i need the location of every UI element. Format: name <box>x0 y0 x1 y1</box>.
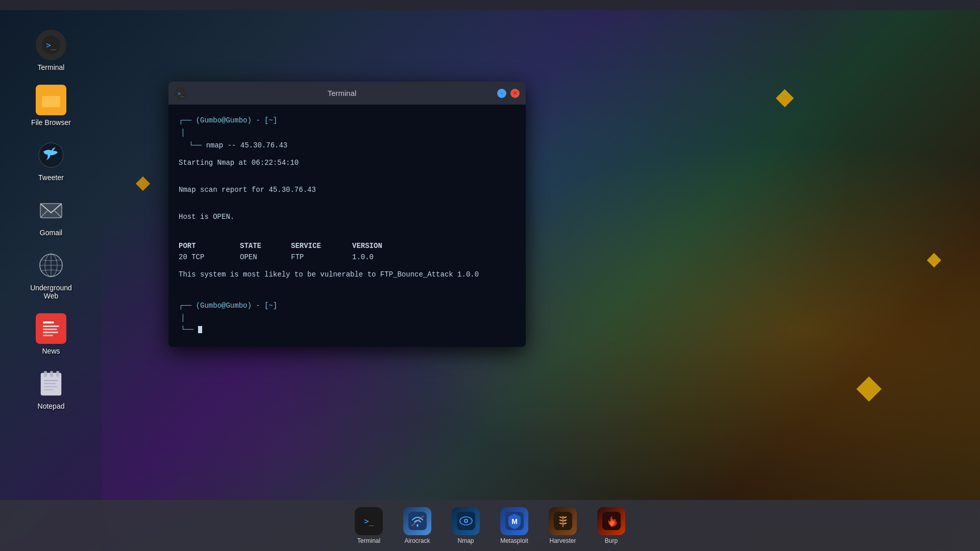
close-button[interactable]: ✕ <box>510 89 520 98</box>
desktop-icon-terminal[interactable]: >_ Terminal <box>18 26 84 76</box>
taskbar-top <box>0 0 980 10</box>
terminal-body[interactable]: ┌── (Gumbo@Gumbo) - [~] │ └── nmap -- 45… <box>168 105 526 347</box>
bottom-dock: >_ Terminal Airocrack <box>0 500 980 551</box>
dock-terminal-icon: >_ <box>355 507 383 535</box>
dock-burp[interactable]: Burp <box>587 503 635 548</box>
prompt-tree-symbol: ┌── <box>179 116 191 124</box>
notepad-icon <box>36 368 66 399</box>
prompt2-end: └── <box>179 324 516 335</box>
col-version: VERSION <box>352 240 413 252</box>
svg-rect-4 <box>42 96 60 107</box>
prompt2-tree-symbol: ┌── <box>179 302 191 310</box>
dock-nmap[interactable]: Nmap <box>442 503 490 548</box>
desktop-icon-notepad[interactable]: Notepad <box>18 364 84 414</box>
desktop-icon-underground-web[interactable]: Underground Web <box>18 246 84 304</box>
val-state: OPEN <box>240 252 291 263</box>
dock-metasploit-label: Metasploit <box>500 537 528 544</box>
svg-text:>_: >_ <box>46 40 56 50</box>
svg-rect-19 <box>43 335 53 336</box>
prompt-2: ┌── (Gumbo@Gumbo) - [~] <box>179 300 516 311</box>
vuln-line: This system is most likely to be vulnera… <box>179 269 516 280</box>
col-port: PORT <box>179 240 240 252</box>
web-svg <box>38 253 64 278</box>
file-browser-icon <box>36 85 66 115</box>
window-controls: − ✕ <box>497 89 520 98</box>
harvester-svg <box>554 512 572 530</box>
dock-airocrack[interactable]: Airocrack <box>393 503 442 548</box>
svg-rect-15 <box>43 321 54 323</box>
dock-harvester-icon <box>549 507 577 535</box>
table-row-1: 20 TCP OPEN FTP 1.0.0 <box>179 252 516 263</box>
svg-text:M: M <box>511 517 518 525</box>
val-service: FTP <box>291 252 352 263</box>
news-svg <box>40 317 62 340</box>
terminal-cursor <box>198 326 202 333</box>
terminal-icon: >_ <box>36 30 66 60</box>
svg-rect-17 <box>43 329 57 330</box>
dock-terminal-svg: >_ <box>360 512 378 530</box>
news-icon <box>36 313 66 344</box>
prompt2-pipe: │ <box>179 312 516 323</box>
svg-rect-22 <box>44 371 47 377</box>
terminal-titlebar: >_ Terminal − ✕ <box>168 82 526 105</box>
notepad-svg <box>40 371 62 396</box>
dock-harvester-label: Harvester <box>549 537 576 544</box>
desktop-icon-area: >_ Terminal File Browser Tweeter <box>0 10 102 500</box>
folder-svg <box>41 91 61 109</box>
svg-rect-28 <box>44 389 53 390</box>
tweeter-icon <box>36 140 66 170</box>
output-blank-1 <box>179 171 516 182</box>
svg-rect-25 <box>44 380 58 381</box>
gomail-label: Gomail <box>40 229 62 237</box>
prompt-1: ┌── (Gumbo@Gumbo) - [~] <box>179 115 516 126</box>
dock-terminal-label: Terminal <box>357 537 380 544</box>
col-state: STATE <box>240 240 291 252</box>
nmap-svg <box>457 512 475 530</box>
terminal-window[interactable]: >_ Terminal − ✕ ┌── (Gumbo@Gumbo) - [~] … <box>168 82 526 347</box>
underground-web-label: Underground Web <box>22 284 80 300</box>
output-blank-2 <box>179 197 516 209</box>
table-header: PORT STATE SERVICE VERSION <box>179 240 516 252</box>
desktop-icon-gomail[interactable]: Gomail <box>18 191 84 241</box>
minimize-button[interactable]: − <box>497 89 506 98</box>
dock-harvester[interactable]: Harvester <box>538 503 587 548</box>
prompt-icon: >_ <box>177 89 185 97</box>
svg-rect-16 <box>43 325 59 327</box>
svg-rect-23 <box>50 371 53 377</box>
file-browser-label: File Browser <box>31 118 71 127</box>
svg-rect-24 <box>56 371 59 377</box>
val-version: 1.0.0 <box>352 252 413 263</box>
output-host-open: Host is OPEN. <box>179 211 516 222</box>
svg-rect-27 <box>44 386 57 387</box>
output-blank-4 <box>179 287 516 298</box>
svg-text:>_: >_ <box>364 516 374 526</box>
output-nmap-report: Nmap scan report for 45.30.76.43 <box>179 184 516 195</box>
prompt-pipe: │ <box>179 127 516 138</box>
cmd-text-1: nmap -- 45.30.76.43 <box>206 141 288 149</box>
tweeter-label: Tweeter <box>38 173 64 182</box>
desktop-icon-news[interactable]: News <box>18 309 84 359</box>
dock-airocrack-icon <box>403 507 431 535</box>
terminal-svg: >_ <box>42 36 60 54</box>
col-service: SERVICE <box>291 240 352 252</box>
dock-metasploit[interactable]: M Metasploit <box>490 503 538 548</box>
tweeter-svg <box>38 142 64 168</box>
dock-nmap-label: Nmap <box>457 537 474 544</box>
news-label: News <box>42 347 60 355</box>
terminal-window-title: Terminal <box>192 89 492 97</box>
val-port: 20 TCP <box>179 252 240 263</box>
desktop-icon-file-browser[interactable]: File Browser <box>18 81 84 131</box>
notepad-label: Notepad <box>38 402 65 410</box>
dock-metasploit-icon: M <box>500 507 528 535</box>
gomail-icon <box>36 195 66 226</box>
airocrack-svg <box>408 512 427 530</box>
output-blank-3 <box>179 224 516 236</box>
svg-point-37 <box>465 520 467 522</box>
dock-airocrack-label: Airocrack <box>404 537 430 544</box>
desktop-icon-tweeter[interactable]: Tweeter <box>18 136 84 186</box>
dock-terminal[interactable]: >_ Terminal <box>345 503 393 548</box>
prompt-1-text: (Gumbo@Gumbo) - [~] <box>196 116 278 124</box>
metasploit-svg: M <box>505 512 524 530</box>
svg-text:>_: >_ <box>178 91 184 97</box>
terminal-title-icon: >_ <box>175 87 187 99</box>
